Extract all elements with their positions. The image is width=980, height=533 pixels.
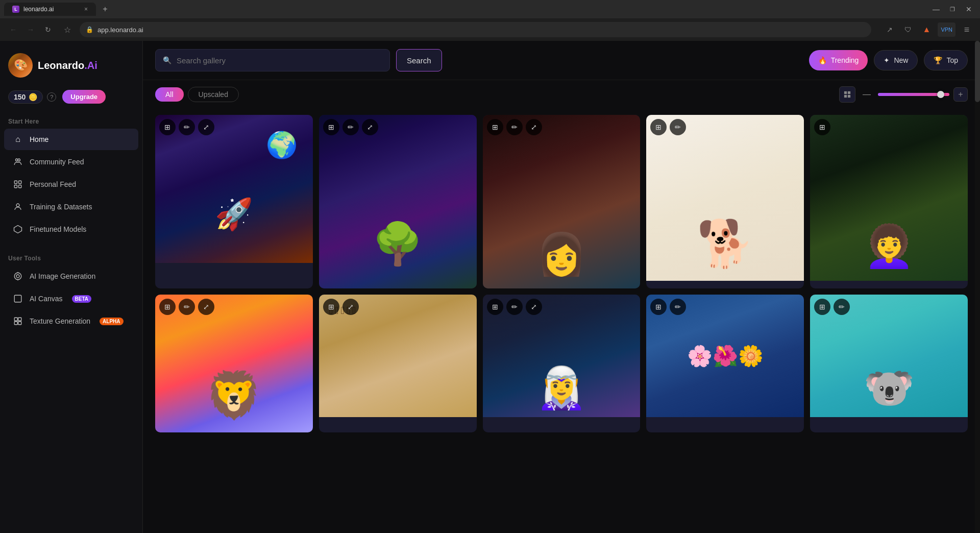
gallery-item-koala[interactable]: ⊞ ✏ xyxy=(810,295,968,432)
edit-button[interactable]: ✏ xyxy=(342,119,359,135)
sidebar-item-ai-image[interactable]: AI Image Generation xyxy=(4,265,138,287)
remix-button[interactable]: ⊞ xyxy=(159,299,176,315)
item-overlay: ⊞ ⤢ xyxy=(319,295,477,432)
sidebar-item-home[interactable]: ⌂ Home xyxy=(4,129,138,150)
browser-action-buttons: ↗ 🛡 ▲ VPN ≡ xyxy=(883,22,974,37)
svg-marker-7 xyxy=(14,226,22,233)
start-here-section-label: Start Here xyxy=(0,112,142,128)
beta-badge: BETA xyxy=(72,295,91,303)
minimize-button[interactable]: — xyxy=(929,2,943,16)
sidebar-item-ai-canvas[interactable]: AI Canvas BETA xyxy=(4,288,138,309)
svg-rect-5 xyxy=(19,185,21,188)
credits-help-button[interactable]: ? xyxy=(47,92,56,102)
zoom-in-button[interactable]: + xyxy=(953,87,968,102)
expand-button[interactable]: ⤢ xyxy=(362,119,378,135)
restore-button[interactable]: ❐ xyxy=(945,2,960,16)
sidebar-item-personal-feed[interactable]: Personal Feed xyxy=(4,174,138,195)
trending-button[interactable]: 🔥 Trending xyxy=(809,50,868,70)
gallery-grid: ⊞ ✏ ⤢ ⊞ ✏ ⤢ xyxy=(155,115,968,432)
remix-button[interactable]: ⊞ xyxy=(323,119,339,135)
gallery-item-woman[interactable]: ⊞ ✏ ⤢ xyxy=(483,115,641,288)
gallery-item-pinkwoman[interactable]: ⊞ xyxy=(810,115,968,288)
active-tab[interactable]: L leonardo.ai × xyxy=(4,3,96,16)
personal-feed-icon xyxy=(12,179,23,190)
svg-point-9 xyxy=(16,275,19,278)
remix-button[interactable]: ⊞ xyxy=(814,119,830,135)
remix-button[interactable]: ⊞ xyxy=(323,299,339,315)
close-button[interactable]: ✕ xyxy=(962,2,976,16)
back-button[interactable]: ← xyxy=(6,22,20,37)
sidebar-item-finetuned[interactable]: Finetuned Models xyxy=(4,219,138,240)
view-controls: — + xyxy=(839,86,968,103)
upgrade-button[interactable]: Upgrade xyxy=(62,90,106,104)
bookmark-button[interactable]: ☆ xyxy=(60,22,75,37)
expand-button[interactable]: ⤢ xyxy=(526,299,542,315)
vpn-icon[interactable]: VPN xyxy=(938,22,955,37)
item-actions: ⊞ ✏ xyxy=(646,295,804,319)
triangle-icon[interactable]: ▲ xyxy=(919,22,934,37)
sidebar-home-label: Home xyxy=(30,135,48,143)
scrollbar-track[interactable] xyxy=(975,41,980,533)
tab-close-button[interactable]: × xyxy=(84,6,88,13)
item-overlay: ⊞ ✏ ⤢ xyxy=(483,295,641,432)
item-overlay: ⊞ ✏ xyxy=(646,115,804,288)
remix-button[interactable]: ⊞ xyxy=(650,299,667,315)
expand-button[interactable]: ⤢ xyxy=(342,299,359,315)
gallery-item-chihuahua[interactable]: ⊞ ✏ xyxy=(646,115,804,288)
edit-button[interactable]: ✏ xyxy=(670,119,686,135)
gallery-item-flowers[interactable]: ⊞ ✏ xyxy=(646,295,804,432)
remix-button[interactable]: ⊞ xyxy=(487,119,503,135)
remix-button[interactable]: ⊞ xyxy=(814,299,830,315)
edit-button[interactable]: ✏ xyxy=(670,299,686,315)
shield-icon[interactable]: 🛡 xyxy=(901,22,915,37)
item-overlay: ⊞ ✏ xyxy=(810,295,968,432)
remix-button[interactable]: ⊞ xyxy=(159,119,176,135)
new-tab-button[interactable]: + xyxy=(98,2,112,16)
sidebar-item-training[interactable]: Training & Datasets xyxy=(4,196,138,217)
expand-button[interactable]: ⤢ xyxy=(198,119,214,135)
grid-view-button[interactable] xyxy=(839,86,855,103)
edit-button[interactable]: ✏ xyxy=(179,299,195,315)
url-bar[interactable]: 🔒 app.leonardo.ai xyxy=(80,22,871,37)
top-button[interactable]: 🏆 Top xyxy=(924,50,968,70)
remix-button[interactable]: ⊞ xyxy=(650,119,667,135)
remix-button[interactable]: ⊞ xyxy=(487,299,503,315)
address-bar: ← → ↻ ☆ 🔒 app.leonardo.ai ↗ 🛡 ▲ VPN ≡ xyxy=(0,18,980,41)
sidebar-personal-label: Personal Feed xyxy=(30,180,76,188)
sidebar-logo: 🎨 Leonardo.Ai xyxy=(0,49,142,88)
share-icon[interactable]: ↗ xyxy=(883,22,897,37)
gallery-item-rocket[interactable]: ⊞ ✏ ⤢ xyxy=(155,115,313,288)
item-actions: ⊞ xyxy=(810,115,968,139)
extensions-menu-icon[interactable]: ≡ xyxy=(960,22,974,37)
forward-button[interactable]: → xyxy=(23,22,38,37)
search-input[interactable] xyxy=(177,56,382,65)
sidebar-item-texture[interactable]: Texture Generation ALPHA xyxy=(4,310,138,332)
sidebar-texture-label: Texture Generation xyxy=(30,317,90,325)
expand-button[interactable]: ⤢ xyxy=(198,299,214,315)
tab-title: leonardo.ai xyxy=(23,6,54,13)
item-actions: ⊞ ✏ xyxy=(646,115,804,139)
edit-button[interactable]: ✏ xyxy=(179,119,195,135)
top-bar: 🔍 Search 🔥 Trending ✦ New 🏆 Top xyxy=(143,41,980,80)
sidebar-item-community-feed[interactable]: Community Feed xyxy=(4,151,138,173)
search-button[interactable]: Search xyxy=(396,49,442,71)
zoom-out-button[interactable]: — xyxy=(860,87,874,102)
gallery-item-warrior[interactable]: ⊞ ✏ ⤢ xyxy=(483,295,641,432)
ai-canvas-icon xyxy=(12,293,23,304)
svg-rect-18 xyxy=(848,91,850,94)
svg-rect-13 xyxy=(14,318,17,321)
svg-rect-2 xyxy=(14,181,17,183)
new-button[interactable]: ✦ New xyxy=(874,50,918,70)
edit-button[interactable]: ✏ xyxy=(506,119,523,135)
edit-button[interactable]: ✏ xyxy=(834,299,850,315)
upscaled-tab[interactable]: Upscaled xyxy=(188,87,239,102)
reload-button[interactable]: ↻ xyxy=(41,22,55,37)
gallery-item-lion[interactable]: ⊞ ✏ ⤢ xyxy=(155,295,313,432)
all-tab[interactable]: All xyxy=(155,87,184,102)
scrollbar-thumb[interactable] xyxy=(975,41,980,102)
zoom-slider[interactable] xyxy=(878,93,949,96)
expand-button[interactable]: ⤢ xyxy=(526,119,542,135)
gallery-item-tree[interactable]: ⊞ ✏ ⤢ xyxy=(319,115,477,288)
gallery-item-hieroglyph[interactable]: ⊞ ⤢ xyxy=(319,295,477,432)
edit-button[interactable]: ✏ xyxy=(506,299,523,315)
